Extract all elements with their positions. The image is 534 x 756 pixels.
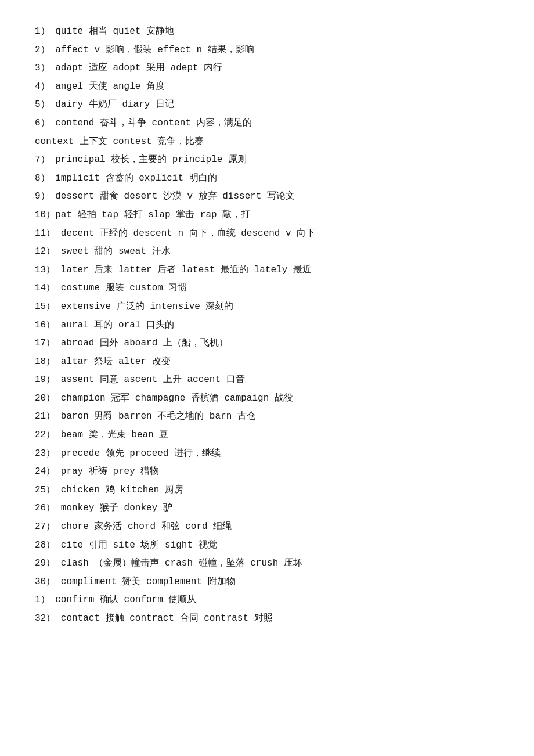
list-item: 18） altar 祭坛 alter 改变 [35, 354, 499, 371]
list-item: 25） chicken 鸡 kitchen 厨房 [35, 482, 499, 499]
list-item: 27） chore 家务活 chord 和弦 cord 细绳 [35, 519, 499, 536]
list-item: 26） monkey 猴子 donkey 驴 [35, 500, 499, 517]
list-item: 28） cite 引用 site 场所 sight 视觉 [35, 537, 499, 555]
list-item: 1） confirm 确认 conform 使顺从 [35, 592, 499, 609]
list-item: 16） aural 耳的 oral 口头的 [35, 317, 499, 334]
list-item: 21） baron 男爵 barren 不毛之地的 barn 古仓 [35, 408, 499, 426]
list-item: 9） dessert 甜食 desert 沙漠 v 放弃 dissert 写论文 [35, 188, 499, 206]
list-item: 12） sweet 甜的 sweat 汗水 [35, 243, 499, 261]
list-item: 8） implicit 含蓄的 explicit 明白的 [35, 170, 499, 188]
list-item: 24） pray 祈祷 prey 猎物 [35, 463, 499, 481]
list-item: 14） costume 服装 custom 习惯 [35, 280, 499, 297]
list-item: 17） abroad 国外 aboard 上（船，飞机） [35, 335, 499, 352]
list-item: 1） quite 相当 quiet 安静地 [35, 23, 499, 41]
list-item: 4） angel 天使 angle 角度 [35, 78, 499, 96]
list-item: 11） decent 正经的 descent n 向下，血统 descend v… [35, 225, 499, 243]
list-item: context 上下文 contest 竞争，比赛 [35, 134, 499, 151]
list-item: 30） compliment 赞美 complement 附加物 [35, 574, 499, 591]
list-item: 19） assent 同意 ascent 上升 accent 口音 [35, 372, 499, 389]
vocabulary-list: 1） quite 相当 quiet 安静地2） affect v 影响，假装 e… [35, 23, 499, 628]
list-item: 29） clash （金属）幢击声 crash 碰幢，坠落 crush 压坏 [35, 555, 499, 573]
list-item: 10）pat 轻拍 tap 轻打 slap 掌击 rap 敲，打 [35, 207, 499, 224]
list-item: 13） later 后来 latter 后者 latest 最近的 lately… [35, 262, 499, 279]
list-item: 6） contend 奋斗，斗争 content 内容，满足的 [35, 115, 499, 132]
list-item: 22） beam 梁，光束 bean 豆 [35, 427, 499, 444]
list-item: 7） principal 校长，主要的 principle 原则 [35, 152, 499, 169]
list-item: 2） affect v 影响，假装 effect n 结果，影响 [35, 42, 499, 59]
list-item: 20） champion 冠军 champagne 香槟酒 campaign 战… [35, 390, 499, 408]
list-item: 5） dairy 牛奶厂 diary 日记 [35, 96, 499, 114]
list-item: 3） adapt 适应 adopt 采用 adept 内行 [35, 60, 499, 77]
list-item: 15） extensive 广泛的 intensive 深刻的 [35, 298, 499, 316]
list-item: 32） contact 接触 contract 合同 contrast 对照 [35, 610, 499, 628]
list-item: 23） precede 领先 proceed 进行，继续 [35, 445, 499, 463]
